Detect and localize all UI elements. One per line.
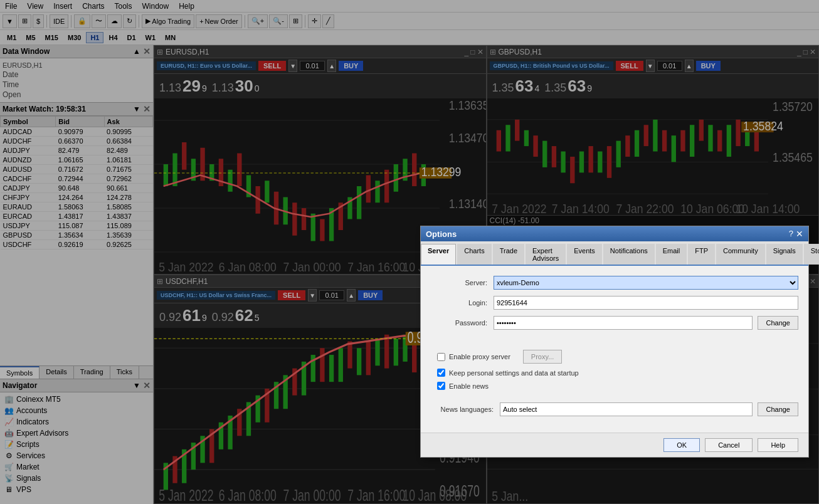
- dialog-tab-events[interactable]: Events: [567, 244, 602, 265]
- dialog-title: Options: [426, 229, 457, 239]
- dialog-tab-email[interactable]: Email: [656, 244, 687, 265]
- dialog-tab-storage[interactable]: Storage: [804, 244, 819, 265]
- dialog-tab-ftp[interactable]: FTP: [688, 244, 715, 265]
- server-label: Server:: [431, 279, 487, 286]
- dialog-tab-notifications[interactable]: Notifications: [603, 244, 655, 265]
- dialog-close-btn[interactable]: ✕: [796, 229, 803, 239]
- keep-settings-checkbox[interactable]: [437, 369, 445, 377]
- login-input[interactable]: [494, 296, 798, 310]
- dialog-tabs: Server Charts Trade Expert Advisors Even…: [421, 241, 808, 266]
- keep-settings-row: Keep personal settings and data at start…: [431, 369, 798, 377]
- spacer2: [431, 395, 798, 402]
- dialog-help-icon[interactable]: ?: [789, 229, 793, 239]
- keep-settings-label: Keep personal settings and data at start…: [449, 369, 579, 377]
- options-dialog: Options ? ✕ Server Charts Trade Expert A…: [420, 226, 809, 458]
- dialog-tab-expert-advisors[interactable]: Expert Advisors: [526, 244, 566, 265]
- password-input[interactable]: [494, 316, 753, 330]
- dialog-footer: OK Cancel Help: [421, 433, 808, 457]
- enable-proxy-label: Enable proxy server: [449, 353, 510, 360]
- login-label: Login:: [431, 299, 487, 307]
- spacer: [431, 336, 798, 344]
- dialog-tab-community[interactable]: Community: [716, 244, 765, 265]
- cancel-btn[interactable]: Cancel: [705, 438, 753, 452]
- enable-news-row: Enable news: [431, 382, 798, 390]
- dialog-titlebar: Options ? ✕: [421, 226, 808, 241]
- proxy-btn[interactable]: Proxy...: [523, 350, 562, 364]
- password-row: Password: Change: [431, 316, 798, 330]
- server-select-wrapper: xvleum-Demo: [494, 276, 798, 290]
- enable-proxy-checkbox[interactable]: [437, 353, 445, 361]
- dialog-tab-charts[interactable]: Charts: [457, 244, 491, 265]
- server-select[interactable]: xvleum-Demo: [494, 276, 798, 290]
- news-change-btn[interactable]: Change: [758, 402, 798, 416]
- news-languages-label: News languages:: [431, 406, 494, 413]
- password-label: Password:: [431, 319, 487, 327]
- server-row: Server: xvleum-Demo: [431, 276, 798, 290]
- dialog-tab-server[interactable]: Server: [421, 244, 456, 265]
- dialog-content: Server: xvleum-Demo Login: Password: Cha…: [421, 266, 808, 433]
- login-row: Login:: [431, 296, 798, 310]
- dialog-title-buttons: ? ✕: [789, 229, 803, 239]
- news-languages-row: News languages: Change: [431, 402, 798, 416]
- dialog-tab-trade[interactable]: Trade: [493, 244, 524, 265]
- enable-news-label: Enable news: [449, 382, 489, 390]
- password-change-btn[interactable]: Change: [758, 316, 798, 330]
- help-btn[interactable]: Help: [758, 438, 798, 452]
- enable-news-checkbox[interactable]: [437, 382, 445, 390]
- news-languages-input[interactable]: [500, 402, 753, 416]
- dialog-tab-signals[interactable]: Signals: [766, 244, 803, 265]
- enable-proxy-row: Enable proxy server Proxy...: [431, 350, 798, 364]
- ok-btn[interactable]: OK: [663, 438, 700, 452]
